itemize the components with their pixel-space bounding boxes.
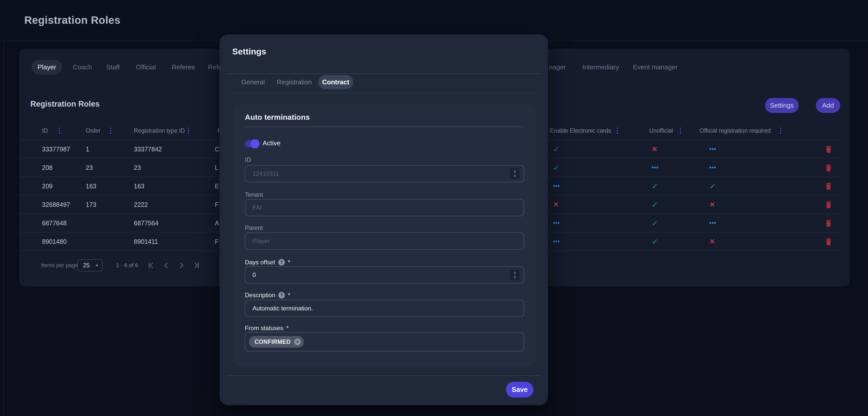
days-offset-field[interactable] (245, 266, 524, 284)
cell-partial: F (215, 238, 219, 245)
cell-partial: A (215, 219, 219, 227)
col-header-official-reg-required: Official registration required (700, 127, 771, 134)
status-icon: ✓ (652, 237, 658, 246)
cell-order: 173 (86, 201, 96, 208)
cell-reg-type-id: 33377842 (134, 145, 162, 153)
page-title: Registration Roles (24, 14, 120, 26)
col-header-enable-cards: Enable Electronic cards (550, 127, 611, 134)
col-header-order: Order (86, 127, 101, 134)
cell-id: 209 (42, 182, 53, 190)
role-tab-event-manager[interactable]: Event manager (633, 60, 678, 75)
help-icon[interactable]: ? (278, 292, 285, 299)
column-menu-icon[interactable]: ⋮ (107, 127, 114, 134)
next-page-icon[interactable] (176, 260, 187, 270)
page-size-select[interactable]: 25 ▼ (78, 259, 103, 271)
id-field-label: ID (245, 156, 251, 163)
status-icon: ✓ (553, 163, 559, 172)
status-chip-label: CONFIRMED (254, 338, 291, 345)
modal-tab-general[interactable]: General (241, 75, 265, 89)
delete-row-icon[interactable] (825, 219, 832, 227)
modal-tab-registration[interactable]: Registration (277, 75, 312, 89)
section-heading: Auto terminations (245, 113, 310, 122)
table-title: Registration Roles (30, 99, 100, 109)
previous-page-icon[interactable] (161, 260, 172, 270)
parent-field[interactable] (245, 232, 524, 250)
role-tab-intermediary[interactable]: Intermediary (582, 60, 619, 75)
delete-row-icon[interactable] (825, 145, 832, 153)
column-menu-icon[interactable]: ⋮ (677, 127, 684, 134)
cell-partial: C (215, 145, 219, 153)
save-button[interactable]: Save (506, 382, 533, 397)
column-menu-icon[interactable]: ⋮ (777, 127, 784, 134)
help-icon[interactable]: ? (278, 259, 285, 266)
modal-title: Settings (232, 47, 266, 56)
status-chip: CONFIRMED ✕ (249, 336, 304, 348)
from-statuses-field[interactable]: CONFIRMED ✕ (245, 332, 524, 351)
cell-partial: L (215, 164, 218, 171)
cell-reg-type-id: 6877564 (134, 219, 158, 227)
delete-row-icon[interactable] (825, 164, 832, 171)
role-tab-referee[interactable]: Referee (172, 60, 195, 75)
status-icon: ••• (709, 219, 716, 226)
column-menu-icon[interactable]: ⋮ (614, 127, 621, 134)
role-tab-official[interactable]: Official (136, 60, 156, 75)
status-icon: ✓ (652, 182, 658, 190)
from-statuses-field-label: From statuses * (245, 325, 289, 332)
items-per-page-label: Items per page (41, 259, 78, 271)
cell-id: 6877648 (42, 219, 66, 227)
settings-modal: Settings General Registration Contract A… (220, 34, 548, 405)
divider (234, 93, 536, 93)
page-size-value: 25 (83, 260, 90, 271)
col-header-unofficial: Unofficial (649, 127, 673, 134)
tenant-field[interactable] (245, 199, 524, 216)
status-icon: ✓ (652, 200, 658, 209)
delete-row-icon[interactable] (825, 238, 832, 245)
column-menu-icon[interactable]: ⋮ (56, 127, 63, 134)
status-icon: ✓ (652, 218, 658, 227)
delete-row-icon[interactable] (825, 182, 832, 190)
remove-chip-icon[interactable]: ✕ (294, 338, 301, 345)
first-page-icon[interactable] (145, 260, 156, 270)
modal-tab-contract[interactable]: Contract (318, 75, 353, 89)
status-icon: ••• (553, 238, 560, 245)
status-icon: ••• (553, 183, 560, 189)
description-field-label: Description ? * (245, 292, 290, 299)
cell-id: 8901480 (42, 238, 66, 245)
cell-order: 1 (86, 145, 89, 153)
number-stepper-icon[interactable]: ∧∨ (510, 168, 520, 179)
cell-partial: E (215, 182, 219, 190)
status-icon: ••• (709, 146, 716, 152)
number-stepper-icon[interactable]: ∧∨ (510, 269, 520, 280)
chevron-down-icon: ▼ (95, 260, 99, 271)
settings-button[interactable]: Settings (765, 98, 799, 113)
required-asterisk: * (288, 292, 290, 299)
role-tab-player[interactable]: Player (32, 60, 62, 75)
role-tab-staff[interactable]: Staff (106, 60, 120, 75)
cell-id: 208 (42, 164, 53, 171)
divider (227, 73, 541, 74)
role-tab-partial-right[interactable]: nager (549, 60, 566, 75)
col-header-reg-type-id: Registration type ID (134, 127, 185, 134)
toggle-knob (250, 139, 259, 148)
status-icon: ✕ (652, 145, 657, 153)
pagination-range: 1 - 6 of 6 (116, 259, 138, 271)
cell-order: 163 (86, 182, 96, 190)
days-offset-field-label: Days offset ? * (245, 259, 290, 266)
cell-order: 23 (86, 164, 93, 171)
description-field[interactable] (245, 300, 524, 317)
add-button[interactable]: Add (816, 98, 840, 113)
cell-reg-type-id: 163 (134, 182, 145, 190)
status-icon: ✓ (709, 182, 716, 190)
status-icon: ✕ (709, 201, 715, 209)
role-tab-coach[interactable]: Coach (73, 60, 92, 75)
last-page-icon[interactable] (191, 260, 202, 270)
cell-reg-type-id: 8901411 (134, 238, 158, 245)
divider (245, 127, 524, 127)
delete-row-icon[interactable] (825, 201, 832, 208)
cell-id: 33377987 (42, 145, 70, 153)
col-header-id: ID (42, 127, 48, 134)
id-field[interactable] (245, 165, 524, 182)
active-toggle[interactable] (245, 140, 258, 147)
status-icon: ✓ (553, 145, 559, 153)
column-menu-icon[interactable]: ⋮ (185, 127, 192, 134)
